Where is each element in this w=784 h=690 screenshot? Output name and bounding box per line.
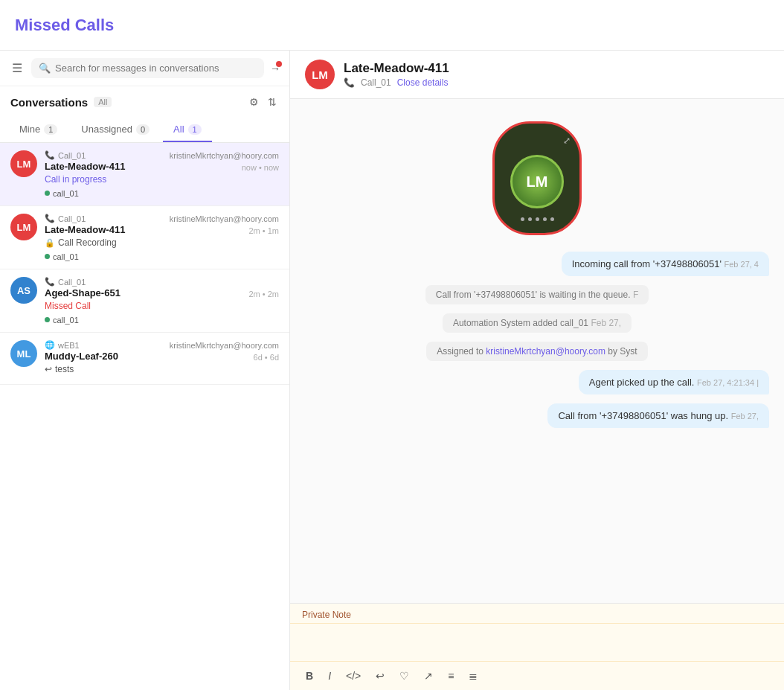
conv-name: Muddy-Leaf-260	[45, 351, 118, 362]
editor-area: Private Note B I </> ↩ ♡ ↗ ≡ ≣	[290, 603, 784, 690]
conv-status: Call in progress	[45, 174, 279, 185]
right-panel: LM Late-Meadow-411 📞 Call_01 Close detai…	[290, 51, 784, 690]
message-timestamp: Feb 27, 4:21:34 |	[697, 378, 759, 387]
heart-button[interactable]: ♡	[396, 668, 413, 684]
phone-avatar: LM	[510, 155, 564, 208]
avatar: LM	[10, 150, 37, 177]
dot-5	[550, 217, 554, 221]
web-icon: 🌐	[45, 340, 55, 350]
conversation-body: 📞 Call_01 kristineMkrtchyan@hoory.com La…	[45, 150, 279, 198]
conversation-tabs: Mine 1 Unassigned 0 All 1	[0, 118, 289, 143]
conversations-header: Conversations All ⚙ ⇅	[0, 86, 289, 118]
message-bubble: Incoming call from '+37498806051' Feb 27…	[562, 252, 769, 276]
conv-name: Late-Meadow-411	[45, 224, 125, 235]
conv-time: now • now	[242, 163, 279, 172]
conversation-list: LM 📞 Call_01 kristineMkrtchyan@hoory.com…	[0, 143, 289, 690]
message-timestamp: Feb 27,	[731, 412, 759, 421]
link-button[interactable]: ↗	[420, 668, 437, 684]
conv-status: Missed Call	[45, 301, 279, 311]
header-actions: ⚙ ⇅	[247, 94, 279, 110]
message-bubble: Call from '+37498806051' was hung up. Fe…	[547, 403, 769, 428]
dot-4	[543, 217, 547, 221]
conv-time: 2m • 2m	[248, 290, 279, 298]
message-bubble: Agent picked up the call. Feb 27, 4:21:3…	[579, 370, 769, 394]
sidebar-toggle-button[interactable]: ☰	[9, 58, 25, 78]
page-title: Missed Calls	[15, 16, 114, 35]
phone-dots	[521, 217, 554, 221]
detail-source-icon: 📞	[344, 77, 355, 88]
conv-agent: kristineMkrtchyan@hoory.com	[170, 214, 279, 223]
agent-link[interactable]: kristineMkrtchyan@hoory.com	[486, 346, 605, 357]
green-dot-icon	[45, 254, 50, 259]
search-input[interactable]	[55, 63, 257, 74]
green-dot-icon	[45, 317, 50, 322]
conv-source: 🌐 wEB1	[45, 340, 80, 350]
tab-unassigned-count: 0	[136, 124, 150, 135]
editor-label: Private Note	[290, 604, 784, 624]
conv-source: 📞 Call_01	[45, 150, 86, 160]
conv-label: call_01	[45, 252, 79, 261]
code-button[interactable]: </>	[342, 668, 364, 684]
tab-all[interactable]: All 1	[163, 118, 212, 142]
tab-mine[interactable]: Mine 1	[9, 118, 68, 142]
list-item[interactable]: AS 📞 Call_01 Aged-Shape-651 2m • 2m	[0, 269, 289, 333]
tab-unassigned-label: Unassigned	[81, 124, 132, 135]
navigate-button[interactable]: →	[270, 63, 280, 74]
tab-unassigned[interactable]: Unassigned 0	[71, 118, 160, 142]
sidebar: ☰ 🔍 → Conversations All ⚙ ⇅	[0, 51, 290, 690]
avatar: ML	[10, 340, 37, 367]
undo-button[interactable]: ↩	[372, 668, 388, 684]
conv-name: Late-Meadow-411	[45, 161, 125, 172]
list-item[interactable]: ML 🌐 wEB1 kristineMkrtchyan@hoory.com Mu…	[0, 333, 289, 385]
dot-3	[536, 217, 539, 221]
avatar: LM	[10, 214, 37, 240]
conversations-badge: All	[94, 97, 112, 107]
italic-button[interactable]: I	[324, 668, 335, 684]
message-row: Incoming call from '+37498806051' Feb 27…	[305, 252, 769, 276]
search-bar: ☰ 🔍 →	[0, 51, 289, 86]
system-message: Automation System added call_01 Feb 27,	[443, 313, 632, 333]
tab-all-label: All	[173, 124, 184, 135]
list-button[interactable]: ≡	[444, 668, 457, 684]
message-row: Call from '+37498806051' was hung up. Fe…	[305, 403, 769, 428]
ordered-list-button[interactable]: ≣	[465, 668, 481, 684]
message-row: Agent picked up the call. Feb 27, 4:21:3…	[305, 370, 769, 394]
conv-status: 🔒 Call Recording	[45, 237, 279, 248]
tab-mine-label: Mine	[19, 124, 40, 135]
conv-name: Aged-Shape-651	[45, 287, 121, 298]
dot-1	[521, 217, 524, 221]
search-wrapper: 🔍	[31, 58, 264, 78]
list-item[interactable]: LM 📞 Call_01 kristineMkrtchyan@hoory.com…	[0, 143, 289, 206]
reply-icon: ↩	[45, 364, 52, 374]
message-timestamp: Feb 27, 4	[724, 260, 759, 269]
conversation-body: 📞 Call_01 kristineMkrtchyan@hoory.com La…	[45, 214, 279, 261]
close-details-link[interactable]: Close details	[397, 77, 449, 88]
sort-button[interactable]: ⇅	[266, 94, 279, 110]
conversation-body: 📞 Call_01 Aged-Shape-651 2m • 2m Missed …	[45, 277, 279, 325]
system-message: Call from '+37498806051' is waiting in t…	[425, 285, 649, 304]
detail-source: Call_01	[361, 77, 391, 88]
conversations-title: Conversations	[10, 96, 88, 109]
conv-time: 6d • 6d	[254, 353, 279, 362]
detail-sub: 📞 Call_01 Close details	[344, 77, 769, 88]
editor-content[interactable]	[290, 624, 784, 661]
editor-toolbar: B I </> ↩ ♡ ↗ ≡ ≣	[290, 661, 784, 690]
search-icon: 🔍	[39, 63, 51, 74]
messages-container: ⤢ LM Incoming call from '	[290, 99, 784, 603]
green-dot-icon	[45, 191, 50, 196]
bold-button[interactable]: B	[302, 668, 317, 684]
conv-status: ↩ tests	[45, 364, 279, 374]
phone-icon: 📞	[45, 277, 55, 287]
dot-2	[528, 217, 532, 221]
tab-mine-count: 1	[44, 124, 57, 135]
filter-button[interactable]: ⚙	[247, 94, 261, 110]
detail-info: Late-Meadow-411 📞 Call_01 Close details	[344, 61, 769, 88]
phone-widget: ⤢ LM	[492, 121, 582, 235]
lock-icon: 🔒	[45, 238, 55, 248]
detail-name: Late-Meadow-411	[344, 61, 769, 76]
tab-all-count: 1	[188, 124, 202, 135]
conv-label: call_01	[45, 189, 79, 198]
notification-dot	[276, 61, 282, 67]
expand-icon[interactable]: ⤢	[563, 135, 571, 146]
list-item[interactable]: LM 📞 Call_01 kristineMkrtchyan@hoory.com…	[0, 206, 289, 269]
